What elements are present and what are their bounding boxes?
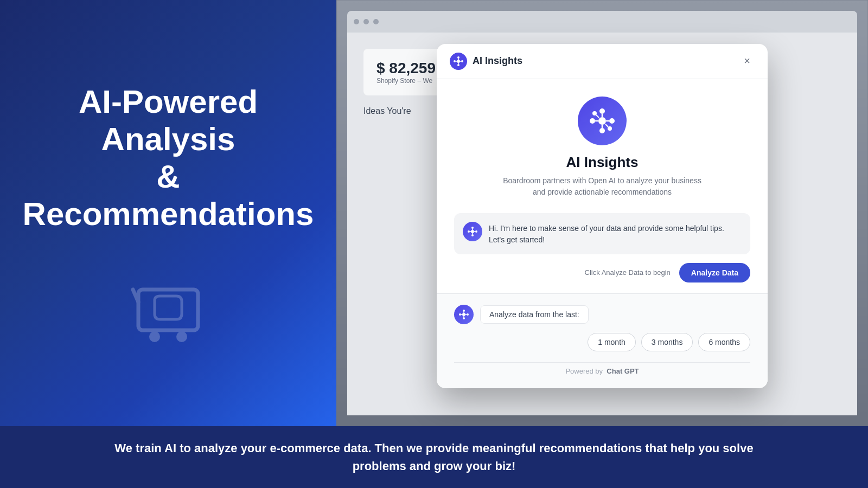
analyze-data-button[interactable]: Analyze Data [679,263,750,282]
powered-by: Powered by Chat GPT [454,362,750,375]
analyze-hint: Click Analyze Data to begin [585,268,671,277]
svg-point-15 [590,118,595,124]
left-panel: AI-Powered Analysis & Recommendations [0,0,336,426]
modal-ai-title: AI Insights [566,154,639,171]
svg-point-36 [463,317,465,319]
svg-point-14 [599,128,605,133]
modal-center-section: AI Insights Boardroom partners with Open… [454,97,750,198]
svg-point-13 [599,108,605,114]
time-button-6months[interactable]: 6 months [698,333,750,351]
analyze-data-row: Analyze data from the last: [454,305,750,324]
ai-logo-big [578,97,627,145]
analyze-data-prompt: Analyze data from the last: [480,305,589,324]
svg-point-5 [457,64,459,66]
svg-point-27 [471,234,474,236]
svg-point-12 [598,117,606,125]
hero-title: AI-Powered Analysis & Recommendations [23,83,314,233]
time-button-1month[interactable]: 1 month [588,333,636,351]
modal-close-button[interactable]: × [739,53,755,69]
svg-line-23 [596,115,599,118]
svg-point-17 [592,111,597,115]
modal-ai-subtitle: Boardroom partners with Open AI to analy… [499,175,705,198]
modal-overlay: AI Insights × [336,0,868,426]
right-panel: $ 82,259 Shopify Store – We Ideas You're [336,0,868,426]
analyze-row: Click Analyze Data to begin Analyze Data [454,263,750,282]
svg-point-34 [462,313,465,316]
powered-by-text: Powered by [565,367,603,375]
chat-message: Hi. I'm here to make sense of your data … [454,213,750,254]
svg-point-16 [609,118,615,124]
svg-point-3 [457,60,460,63]
modal-header-title: AI Insights [473,55,522,67]
svg-point-2 [176,331,187,342]
time-buttons-group: 1 month 3 months 6 months [454,333,750,351]
svg-point-6 [454,60,456,62]
modal-bottom: Analyze data from the last: 1 month 3 mo… [437,294,768,388]
bottom-chat-avatar [454,305,474,324]
cart-icon [127,271,209,354]
svg-point-29 [475,230,477,233]
svg-point-38 [467,313,469,316]
chat-avatar [463,222,482,241]
svg-point-25 [471,230,474,233]
svg-point-7 [461,60,463,62]
ai-insights-modal: AI Insights × [437,44,768,388]
bottom-banner-text: We train AI to analyze your e-commerce d… [108,439,760,475]
svg-line-24 [605,124,608,127]
powered-by-brand: Chat GPT [607,367,639,375]
svg-point-26 [471,227,474,229]
modal-logo-small [450,53,467,70]
svg-point-4 [457,56,459,59]
modal-body: AI Insights Boardroom partners with Open… [437,79,768,294]
modal-header-left: AI Insights [450,53,522,70]
svg-point-28 [468,230,470,233]
svg-point-18 [608,126,612,131]
svg-point-37 [459,313,461,316]
bottom-banner: We train AI to analyze your e-commerce d… [0,426,868,488]
svg-point-1 [149,331,160,342]
svg-point-35 [463,310,465,312]
modal-header: AI Insights × [437,44,768,79]
time-button-3months[interactable]: 3 months [641,333,693,351]
chat-message-text: Hi. I'm here to make sense of your data … [489,222,742,246]
main-content-area: AI-Powered Analysis & Recommendations [0,0,868,426]
